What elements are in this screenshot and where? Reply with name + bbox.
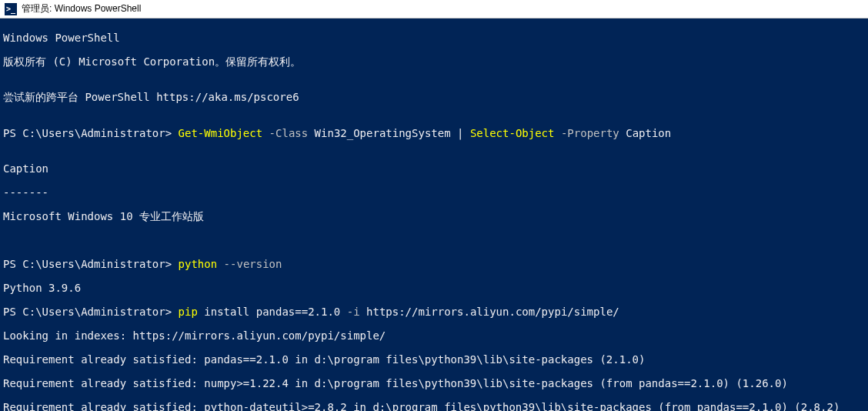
param: -Property bbox=[561, 127, 626, 139]
command-line: PS C:\Users\Administrator> pip install p… bbox=[3, 306, 865, 319]
powershell-icon: >_ bbox=[5, 3, 17, 15]
prompt: PS C:\Users\Administrator> bbox=[3, 306, 179, 318]
cmdlet: Get-WmiObject bbox=[179, 127, 269, 139]
arg: https://mirrors.aliyun.com/pypi/simple/ bbox=[366, 306, 619, 318]
prompt: PS C:\Users\Administrator> bbox=[3, 127, 179, 139]
pipe: | bbox=[457, 127, 470, 139]
window-title: 管理员: Windows PowerShell bbox=[22, 2, 141, 15]
output-header: Caption bbox=[3, 163, 865, 175]
terminal-output[interactable]: Windows PowerShell 版权所有 (C) Microsoft Co… bbox=[0, 18, 868, 411]
prompt: PS C:\Users\Administrator> bbox=[3, 258, 179, 270]
output-divider: ------- bbox=[3, 187, 865, 199]
output-line: 版权所有 (C) Microsoft Corporation。保留所有权利。 bbox=[3, 56, 865, 68]
output-line: Python 3.9.6 bbox=[3, 282, 865, 295]
command: pip bbox=[179, 306, 205, 318]
arg: Caption bbox=[626, 127, 671, 139]
arg: Win32_OperatingSystem bbox=[315, 127, 457, 139]
output-line: Requirement already satisfied: python-da… bbox=[3, 402, 865, 411]
output-line: Requirement already satisfied: numpy>=1.… bbox=[3, 378, 865, 390]
command-line: PS C:\Users\Administrator> Get-WmiObject… bbox=[3, 128, 865, 140]
flag: --version bbox=[224, 258, 282, 270]
command-line: PS C:\Users\Administrator> python --vers… bbox=[3, 259, 865, 271]
output-value: Microsoft Windows 10 专业工作站版 bbox=[3, 211, 865, 223]
window-titlebar[interactable]: >_ 管理员: Windows PowerShell bbox=[0, 0, 868, 18]
flag: -i bbox=[347, 306, 366, 318]
param: -Class bbox=[269, 127, 315, 139]
output-line: 尝试新的跨平台 PowerShell https://aka.ms/pscore… bbox=[3, 92, 865, 104]
output-line: Requirement already satisfied: pandas==2… bbox=[3, 354, 865, 366]
output-line: Looking in indexes: https://mirrors.aliy… bbox=[3, 330, 865, 342]
arg: install pandas==2.1.0 bbox=[204, 306, 346, 318]
command: python bbox=[179, 258, 224, 270]
cmdlet: Select-Object bbox=[470, 127, 561, 139]
output-line: Windows PowerShell bbox=[3, 32, 865, 45]
